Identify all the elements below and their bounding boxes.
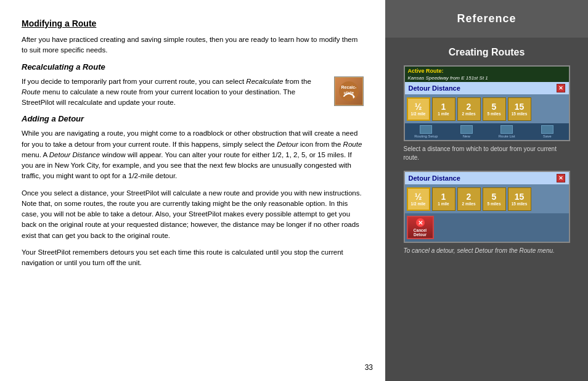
intro-text: After you have practiced creating and sa…: [22, 35, 364, 56]
15-miles-label: 15 miles: [512, 112, 528, 116]
5-miles-label: 5 miles: [487, 112, 500, 116]
recalc-section: If you decide to temporarily part from y…: [22, 76, 364, 109]
recalc-text: If you decide to temporarily part from y…: [22, 76, 329, 109]
half-mile-label: 1/2 mile: [411, 112, 426, 116]
right-panel: Reference Creating Routes Active Route: …: [385, 0, 588, 381]
distance-half-mile[interactable]: ½ 1/2 mile: [407, 97, 430, 121]
cancel-detour-row: ✕ CancelDetour: [405, 213, 569, 242]
2-1-mile-icon: 1: [441, 192, 446, 201]
2-miles-icon: 2: [467, 102, 472, 111]
active-route-bar: Active Route:: [405, 67, 569, 75]
routing-setup-icon: [420, 125, 432, 134]
recalc-italic2: Route: [22, 88, 41, 96]
2-1-mile-label: 1 mile: [438, 202, 449, 206]
2-2-miles-label: 2 miles: [462, 202, 475, 206]
creating-routes-title: Creating Routes: [449, 47, 525, 58]
distance2-half-mile[interactable]: ½ 1/2 mile: [407, 187, 430, 211]
caption-1: Select a distance from which to detour f…: [404, 145, 570, 162]
recalculate-icon: Recalc- ulate: [334, 76, 364, 106]
2-15-miles-icon: 15: [515, 192, 525, 201]
main-heading: Modifying a Route: [22, 18, 364, 28]
gps-screen-1: Active Route: Kansas Speedway from E 151…: [404, 65, 570, 141]
new-icon: [460, 125, 473, 134]
distance-2-miles[interactable]: 2 2 miles: [457, 97, 481, 121]
2-miles-label: 2 miles: [462, 112, 475, 116]
1-mile-icon: 1: [441, 102, 446, 111]
gps-close-button-1[interactable]: ✕: [557, 84, 565, 92]
distance2-1-mile[interactable]: 1 1 mile: [432, 187, 455, 211]
2-half-mile-icon: ½: [415, 192, 422, 201]
svg-text:Recalc-: Recalc-: [341, 85, 357, 89]
detour-distance-title-1: Detour Distance: [409, 84, 460, 92]
cancel-detour-button[interactable]: ✕ CancelDetour: [407, 216, 434, 239]
distance-1-mile[interactable]: 1 1 mile: [432, 97, 455, 121]
save-icon: [541, 125, 553, 134]
distance2-5-miles[interactable]: 5 5 miles: [483, 187, 506, 211]
cancel-detour-label: CancelDetour: [414, 228, 427, 237]
recalc-italic1: Recalculate: [246, 78, 283, 85]
reference-title: Reference: [391, 12, 582, 25]
gps-screen-2: Detour Distance ✕ ½ 1/2 mile 1 1 mile 2 …: [404, 171, 570, 243]
detour-header-1: Detour Distance ✕: [405, 82, 569, 95]
distance2-2-miles[interactable]: 2 2 miles: [457, 187, 481, 211]
page-number: 33: [365, 363, 373, 372]
15-miles-icon: 15: [515, 102, 525, 111]
nav-routing-setup[interactable]: Routing Setup: [410, 125, 441, 138]
save-label: Save: [543, 134, 552, 138]
right-content: Creating Routes Active Route: Kansas Spe…: [385, 38, 588, 264]
detour-distance-title-2: Detour Distance: [409, 174, 460, 182]
distance-5-miles[interactable]: 5 5 miles: [483, 97, 506, 121]
2-2-miles-icon: 2: [467, 192, 472, 201]
5-miles-icon: 5: [492, 102, 497, 111]
nav-new[interactable]: New: [451, 125, 482, 138]
road-name: Kansas Speedway from E 151st St 1: [405, 75, 569, 82]
half-mile-icon: ½: [415, 102, 422, 111]
gps-nav-bar-1: Routing Setup New Route List Save: [405, 123, 569, 140]
detour-para1: While you are navigating a route, you mi…: [22, 128, 364, 181]
routing-setup-label: Routing Setup: [414, 134, 438, 138]
1-mile-label: 1 mile: [438, 112, 449, 116]
route-list-icon: [500, 125, 513, 134]
2-5-miles-label: 5 miles: [487, 202, 500, 206]
2-5-miles-icon: 5: [492, 192, 497, 201]
nav-route-list[interactable]: Route List: [491, 125, 522, 138]
cancel-x-icon: ✕: [416, 218, 425, 227]
detour-para2: Once you select a distance, your StreetP…: [22, 188, 364, 241]
gps-close-button-2[interactable]: ✕: [557, 174, 565, 182]
2-half-mile-label: 1/2 mile: [411, 202, 426, 206]
nav-save[interactable]: Save: [532, 125, 563, 138]
left-panel: Modifying a Route After you have practic…: [0, 0, 385, 381]
detour-heading: Adding a Detour: [22, 114, 364, 123]
2-15-miles-label: 15 miles: [512, 202, 528, 206]
recalc-heading: Recalculating a Route: [22, 62, 364, 72]
gps-distance-options-2: ½ 1/2 mile 1 1 mile 2 2 miles 5 5 miles …: [405, 185, 569, 213]
detour-para3: Your StreetPilot remembers detours you s…: [22, 247, 364, 269]
right-header: Reference: [385, 0, 588, 38]
detour-header-2: Detour Distance ✕: [405, 172, 569, 185]
gps-distance-options-1: ½ 1/2 mile 1 1 mile 2 2 miles 5 5 miles …: [405, 95, 569, 123]
new-label: New: [463, 134, 470, 138]
route-list-label: Route List: [499, 134, 515, 138]
caption-2: To cancel a detour, select Detour from t…: [404, 247, 570, 255]
distance2-15-miles[interactable]: 15 15 miles: [508, 187, 531, 211]
distance-15-miles[interactable]: 15 15 miles: [508, 97, 531, 121]
